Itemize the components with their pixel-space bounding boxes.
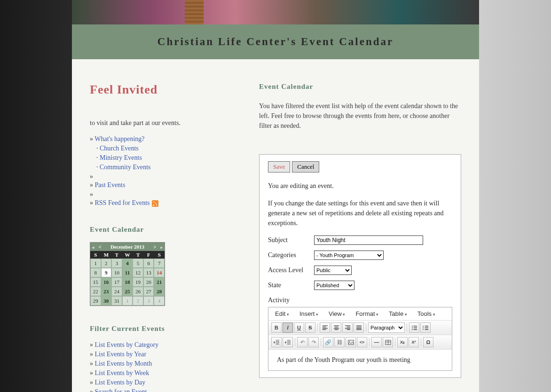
filter-link[interactable]: List Events by Category xyxy=(95,341,159,348)
cal-day-cell[interactable]: 20 xyxy=(143,277,154,287)
superscript-icon[interactable]: X² xyxy=(409,337,419,347)
hr-icon[interactable]: — xyxy=(371,337,382,347)
filter-link[interactable]: List Events by Month xyxy=(95,360,152,367)
right-intro: You have filtered the event list with he… xyxy=(259,101,461,131)
cal-day-header: W xyxy=(122,251,133,259)
nav-whats-happening[interactable]: What's happening? xyxy=(94,135,144,142)
image-icon[interactable] xyxy=(346,337,356,347)
nav-past-events[interactable]: Past Events xyxy=(95,181,126,188)
code-icon[interactable]: <> xyxy=(357,337,367,347)
cal-day-cell[interactable]: 29 xyxy=(90,296,101,306)
redo-icon[interactable]: ↷ xyxy=(308,337,319,347)
rss-icon[interactable] xyxy=(152,200,158,207)
rte-menu-view[interactable]: View xyxy=(329,310,345,317)
bullet-list-icon[interactable] xyxy=(409,322,419,333)
align-left-icon[interactable] xyxy=(320,322,330,333)
special-char-icon[interactable]: Ω xyxy=(423,337,433,347)
page-title: Christian Life Center's Event Calendar xyxy=(72,36,479,48)
cal-day-cell[interactable]: 2 xyxy=(133,296,143,306)
save-button[interactable]: Save xyxy=(268,161,290,172)
cal-day-cell[interactable]: 14 xyxy=(154,268,165,277)
cal-day-cell[interactable]: 23 xyxy=(101,287,112,296)
cal-day-cell[interactable]: 10 xyxy=(111,268,122,277)
undo-icon[interactable]: ↶ xyxy=(297,337,307,347)
rte-content[interactable]: As part of the Youth Program our youth i… xyxy=(268,350,452,370)
paragraph-select[interactable]: Paragraph xyxy=(368,322,405,333)
cal-day-cell[interactable]: 31 xyxy=(111,296,122,306)
underline-icon[interactable]: U xyxy=(294,322,304,333)
header-banner-image xyxy=(72,0,479,24)
filter-link[interactable]: List Events by Year xyxy=(95,351,147,358)
rte-menu-insert[interactable]: Insert xyxy=(299,310,318,317)
table-icon[interactable] xyxy=(383,337,393,347)
align-right-icon[interactable] xyxy=(342,322,353,333)
italic-icon[interactable]: I xyxy=(283,322,293,333)
cal-day-cell[interactable]: 8 xyxy=(90,268,101,277)
cal-day-cell[interactable]: 7 xyxy=(154,259,165,268)
nav-list: What's happening? Church Events Ministry… xyxy=(90,135,236,207)
strikethrough-icon[interactable]: S xyxy=(305,322,315,333)
cal-day-cell[interactable]: 25 xyxy=(122,287,133,296)
align-center-icon[interactable] xyxy=(331,322,341,333)
cal-day-cell[interactable]: 15 xyxy=(90,277,101,287)
state-select[interactable]: Published xyxy=(314,281,354,290)
align-justify-icon[interactable] xyxy=(354,322,364,333)
cancel-button[interactable]: Cancel xyxy=(292,161,319,172)
subscript-icon[interactable]: X₂ xyxy=(397,337,408,347)
cal-day-cell[interactable]: 6 xyxy=(143,259,154,268)
cal-day-cell[interactable]: 22 xyxy=(90,287,101,296)
rte-menu-tools[interactable]: Tools xyxy=(417,310,435,317)
cal-next-year[interactable]: » xyxy=(158,244,165,250)
number-list-icon[interactable]: 123 xyxy=(420,322,431,333)
cal-day-cell[interactable]: 16 xyxy=(101,277,112,287)
nav-church-events[interactable]: Church Events xyxy=(100,145,139,152)
rte-menu-edit[interactable]: Edit xyxy=(275,310,289,317)
rte-menu-table[interactable]: Table xyxy=(389,310,407,317)
cal-day-cell[interactable]: 12 xyxy=(133,268,143,277)
cal-day-cell[interactable]: 1 xyxy=(90,259,101,268)
cal-day-header: F xyxy=(143,251,154,259)
rich-text-editor: Edit Insert View Format Table Tools B I … xyxy=(268,307,452,371)
cal-day-cell[interactable]: 30 xyxy=(101,296,112,306)
filter-link[interactable]: Search for an Event xyxy=(95,388,147,392)
cal-day-cell[interactable]: 3 xyxy=(111,259,122,268)
cal-day-cell[interactable]: 3 xyxy=(143,296,154,306)
cal-prev-month[interactable]: < xyxy=(97,244,103,250)
link-icon[interactable]: 🔗 xyxy=(323,337,333,347)
cal-day-cell[interactable]: 4 xyxy=(122,259,133,268)
cal-day-cell[interactable]: 26 xyxy=(133,287,143,296)
nav-community-events[interactable]: Community Events xyxy=(100,164,151,171)
event-calendar-heading: Event Calendar xyxy=(90,226,236,234)
cal-day-cell[interactable]: 5 xyxy=(133,259,143,268)
outdent-icon[interactable] xyxy=(271,337,282,347)
cal-day-cell[interactable]: 28 xyxy=(154,287,165,296)
cal-day-cell[interactable]: 13 xyxy=(143,268,154,277)
cal-day-cell[interactable]: 24 xyxy=(111,287,122,296)
cal-day-cell[interactable]: 4 xyxy=(154,296,165,306)
rte-menu-format[interactable]: Format xyxy=(355,310,378,317)
cal-day-cell[interactable]: 11 xyxy=(122,268,133,277)
cal-day-cell[interactable]: 18 xyxy=(122,277,133,287)
editing-message: You are editing an event. xyxy=(268,181,452,191)
cal-day-cell[interactable]: 21 xyxy=(154,277,165,287)
unlink-icon[interactable]: ⛓ xyxy=(334,337,345,347)
cal-day-cell[interactable]: 9 xyxy=(101,268,112,277)
cal-day-cell[interactable]: 2 xyxy=(101,259,112,268)
cal-day-cell[interactable]: 1 xyxy=(122,296,133,306)
cal-day-header: T xyxy=(111,251,122,259)
cal-day-cell[interactable]: 17 xyxy=(111,277,122,287)
nav-rss[interactable]: RSS Feed for Events xyxy=(95,199,150,206)
nav-ministry-events[interactable]: Ministry Events xyxy=(100,154,142,161)
filter-link[interactable]: List Events by Day xyxy=(95,379,146,386)
access-select[interactable]: Public xyxy=(314,266,352,275)
cal-next-month[interactable]: > xyxy=(151,244,158,250)
cal-day-cell[interactable]: 27 xyxy=(143,287,154,296)
subject-input[interactable] xyxy=(314,235,423,245)
cal-prev-year[interactable]: « xyxy=(90,244,97,250)
indent-icon[interactable] xyxy=(283,337,293,347)
cal-month-label: December 2013 xyxy=(103,244,151,250)
filter-link[interactable]: List Events by Week xyxy=(95,369,150,376)
cal-day-cell[interactable]: 19 xyxy=(133,277,143,287)
bold-icon[interactable]: B xyxy=(271,322,282,333)
categories-select[interactable]: - Youth Program xyxy=(314,251,384,260)
